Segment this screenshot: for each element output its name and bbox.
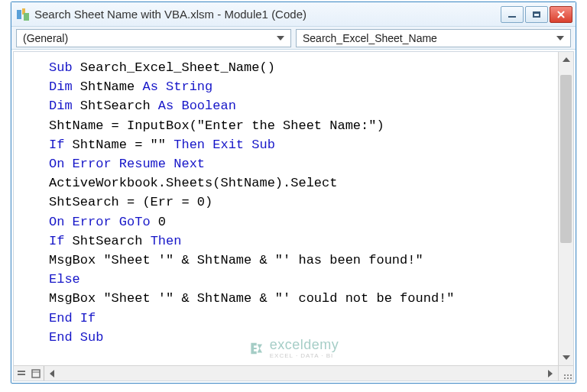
vscroll-track[interactable] — [559, 67, 573, 350]
object-dropdown-value: (General) — [23, 32, 68, 44]
procedure-dropdown-value: Search_Excel_Sheet_Name — [303, 32, 437, 44]
svg-rect-3 — [18, 371, 25, 372]
code-area: Sub Search_Excel_Sheet_Name() Dim ShtNam… — [13, 51, 574, 381]
svg-rect-5 — [32, 370, 40, 377]
window-controls — [501, 6, 572, 23]
vertical-scrollbar[interactable] — [558, 52, 573, 365]
minimize-button[interactable] — [501, 6, 524, 23]
procedure-view-icon[interactable] — [14, 366, 29, 381]
svg-rect-2 — [24, 13, 29, 21]
window-title: Search Sheet Name with VBA.xlsm - Module… — [34, 8, 501, 21]
code-editor[interactable]: Sub Search_Excel_Sheet_Name() Dim ShtNam… — [14, 52, 558, 365]
titlebar[interactable]: Search Sheet Name with VBA.xlsm - Module… — [11, 2, 576, 27]
code-text: Sub Search_Excel_Sheet_Name() Dim ShtNam… — [49, 58, 555, 347]
object-dropdown[interactable]: (General) — [16, 29, 291, 47]
scroll-left-arrow-icon[interactable] — [44, 366, 60, 381]
procedure-dropdown[interactable]: Search_Excel_Sheet_Name — [296, 29, 571, 47]
hscroll-track[interactable] — [60, 366, 543, 381]
view-mode-icons — [14, 366, 44, 381]
full-module-view-icon[interactable] — [29, 366, 44, 381]
maximize-button[interactable] — [525, 6, 548, 23]
horizontal-scrollbar[interactable] — [14, 365, 558, 381]
resize-grip-icon[interactable] — [558, 365, 573, 381]
chevron-down-icon — [553, 31, 567, 45]
vba-code-window: Search Sheet Name with VBA.xlsm - Module… — [11, 2, 576, 384]
svg-rect-0 — [17, 10, 21, 19]
vscroll-thumb[interactable] — [560, 75, 572, 243]
dropdown-row: (General) Search_Excel_Sheet_Name — [11, 27, 576, 50]
svg-rect-4 — [18, 374, 25, 375]
scroll-right-arrow-icon[interactable] — [543, 366, 558, 381]
scroll-up-arrow-icon[interactable] — [559, 52, 573, 67]
close-button[interactable] — [550, 6, 572, 23]
scroll-down-arrow-icon[interactable] — [559, 350, 573, 365]
chevron-down-icon — [274, 31, 287, 45]
vba-module-icon — [16, 8, 30, 21]
